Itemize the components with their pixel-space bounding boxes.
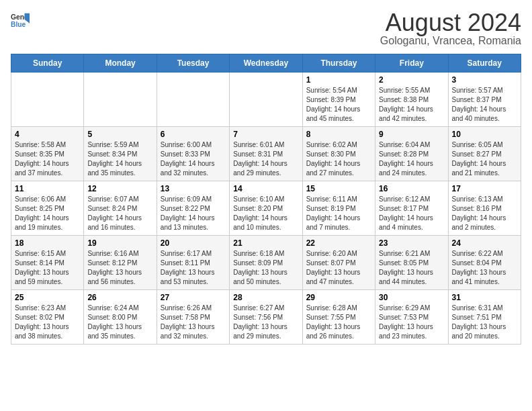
day-detail: Sunrise: 6:13 AM Sunset: 8:16 PM Dayligh… xyxy=(452,195,517,232)
calendar-cell: 6Sunrise: 6:00 AM Sunset: 8:33 PM Daylig… xyxy=(157,127,229,181)
day-number: 21 xyxy=(233,238,298,248)
calendar-cell xyxy=(230,73,302,127)
day-number: 18 xyxy=(15,238,80,248)
day-number: 4 xyxy=(15,130,80,139)
day-detail: Sunrise: 6:18 AM Sunset: 8:09 PM Dayligh… xyxy=(233,249,298,287)
day-number: 11 xyxy=(15,184,80,193)
page-title: August 2024 xyxy=(380,11,521,35)
day-number: 16 xyxy=(379,184,444,193)
logo: General Blue xyxy=(11,11,30,30)
calendar-week-row: 25Sunrise: 6:23 AM Sunset: 8:02 PM Dayli… xyxy=(11,290,521,345)
day-number: 19 xyxy=(87,238,152,248)
calendar-week-row: 11Sunrise: 6:06 AM Sunset: 8:25 PM Dayli… xyxy=(11,181,521,236)
day-number: 28 xyxy=(233,293,298,302)
day-detail: Sunrise: 5:55 AM Sunset: 8:38 PM Dayligh… xyxy=(379,86,444,124)
day-detail: Sunrise: 6:31 AM Sunset: 7:51 PM Dayligh… xyxy=(452,304,517,341)
day-detail: Sunrise: 6:15 AM Sunset: 8:14 PM Dayligh… xyxy=(15,249,80,287)
calendar-cell: 14Sunrise: 6:10 AM Sunset: 8:20 PM Dayli… xyxy=(230,181,302,236)
weekday-header-thursday: Thursday xyxy=(302,54,375,73)
day-number: 30 xyxy=(379,293,444,302)
calendar-week-row: 18Sunrise: 6:15 AM Sunset: 8:14 PM Dayli… xyxy=(11,236,521,290)
day-detail: Sunrise: 6:05 AM Sunset: 8:27 PM Dayligh… xyxy=(452,140,517,178)
calendar-cell: 28Sunrise: 6:27 AM Sunset: 7:56 PM Dayli… xyxy=(230,290,302,345)
calendar-cell: 7Sunrise: 6:01 AM Sunset: 8:31 PM Daylig… xyxy=(230,127,302,181)
calendar-cell: 22Sunrise: 6:20 AM Sunset: 8:07 PM Dayli… xyxy=(302,236,375,290)
calendar-cell: 25Sunrise: 6:23 AM Sunset: 8:02 PM Dayli… xyxy=(11,290,84,345)
calendar-cell: 18Sunrise: 6:15 AM Sunset: 8:14 PM Dayli… xyxy=(11,236,84,290)
day-number: 14 xyxy=(233,184,298,193)
day-detail: Sunrise: 6:07 AM Sunset: 8:24 PM Dayligh… xyxy=(87,195,152,232)
calendar-cell: 5Sunrise: 5:59 AM Sunset: 8:34 PM Daylig… xyxy=(84,127,157,181)
day-number: 5 xyxy=(87,130,152,139)
day-number: 27 xyxy=(161,293,226,302)
weekday-header-row: SundayMondayTuesdayWednesdayThursdayFrid… xyxy=(11,54,521,73)
day-number: 7 xyxy=(233,130,298,139)
day-number: 22 xyxy=(306,238,371,248)
day-detail: Sunrise: 5:58 AM Sunset: 8:35 PM Dayligh… xyxy=(15,140,80,178)
svg-text:Blue: Blue xyxy=(11,21,26,28)
calendar-cell: 13Sunrise: 6:09 AM Sunset: 8:22 PM Dayli… xyxy=(157,181,229,236)
calendar-cell: 4Sunrise: 5:58 AM Sunset: 8:35 PM Daylig… xyxy=(11,127,84,181)
day-detail: Sunrise: 6:21 AM Sunset: 8:05 PM Dayligh… xyxy=(379,249,444,287)
calendar-cell: 3Sunrise: 5:57 AM Sunset: 8:37 PM Daylig… xyxy=(448,73,521,127)
day-detail: Sunrise: 5:54 AM Sunset: 8:39 PM Dayligh… xyxy=(306,86,371,124)
weekday-header-tuesday: Tuesday xyxy=(157,54,229,73)
day-number: 23 xyxy=(379,238,444,248)
day-number: 25 xyxy=(15,293,80,302)
day-number: 13 xyxy=(161,184,226,193)
calendar-cell: 17Sunrise: 6:13 AM Sunset: 8:16 PM Dayli… xyxy=(448,181,521,236)
calendar-cell: 23Sunrise: 6:21 AM Sunset: 8:05 PM Dayli… xyxy=(375,236,448,290)
day-number: 29 xyxy=(306,293,371,302)
day-detail: Sunrise: 6:00 AM Sunset: 8:33 PM Dayligh… xyxy=(161,140,226,178)
day-number: 2 xyxy=(379,75,444,85)
day-detail: Sunrise: 6:17 AM Sunset: 8:11 PM Dayligh… xyxy=(161,249,226,287)
day-number: 10 xyxy=(452,130,517,139)
day-detail: Sunrise: 6:10 AM Sunset: 8:20 PM Dayligh… xyxy=(233,195,298,232)
calendar-cell: 27Sunrise: 6:26 AM Sunset: 7:58 PM Dayli… xyxy=(157,290,229,345)
calendar-cell: 9Sunrise: 6:04 AM Sunset: 8:28 PM Daylig… xyxy=(375,127,448,181)
day-detail: Sunrise: 6:12 AM Sunset: 8:17 PM Dayligh… xyxy=(379,195,444,232)
calendar-cell: 24Sunrise: 6:22 AM Sunset: 8:04 PM Dayli… xyxy=(448,236,521,290)
calendar-week-row: 1Sunrise: 5:54 AM Sunset: 8:39 PM Daylig… xyxy=(11,73,521,127)
calendar-cell: 10Sunrise: 6:05 AM Sunset: 8:27 PM Dayli… xyxy=(448,127,521,181)
day-detail: Sunrise: 6:09 AM Sunset: 8:22 PM Dayligh… xyxy=(161,195,226,232)
calendar-week-row: 4Sunrise: 5:58 AM Sunset: 8:35 PM Daylig… xyxy=(11,127,521,181)
calendar-cell: 30Sunrise: 6:29 AM Sunset: 7:53 PM Dayli… xyxy=(375,290,448,345)
title-area: August 2024 Gologanu, Vrancea, Romania xyxy=(380,11,521,47)
calendar-cell xyxy=(11,73,84,127)
calendar-cell: 20Sunrise: 6:17 AM Sunset: 8:11 PM Dayli… xyxy=(157,236,229,290)
day-detail: Sunrise: 6:29 AM Sunset: 7:53 PM Dayligh… xyxy=(379,304,444,341)
weekday-header-wednesday: Wednesday xyxy=(230,54,302,73)
day-detail: Sunrise: 6:16 AM Sunset: 8:12 PM Dayligh… xyxy=(87,249,152,287)
calendar-cell: 29Sunrise: 6:28 AM Sunset: 7:55 PM Dayli… xyxy=(302,290,375,345)
day-detail: Sunrise: 6:27 AM Sunset: 7:56 PM Dayligh… xyxy=(233,304,298,341)
day-number: 24 xyxy=(452,238,517,248)
day-detail: Sunrise: 6:23 AM Sunset: 8:02 PM Dayligh… xyxy=(15,304,80,341)
page-subtitle: Gologanu, Vrancea, Romania xyxy=(380,35,521,47)
weekday-header-monday: Monday xyxy=(84,54,157,73)
calendar-cell xyxy=(157,73,229,127)
calendar-cell: 15Sunrise: 6:11 AM Sunset: 8:19 PM Dayli… xyxy=(302,181,375,236)
calendar-cell: 26Sunrise: 6:24 AM Sunset: 8:00 PM Dayli… xyxy=(84,290,157,345)
calendar-cell: 31Sunrise: 6:31 AM Sunset: 7:51 PM Dayli… xyxy=(448,290,521,345)
day-detail: Sunrise: 6:04 AM Sunset: 8:28 PM Dayligh… xyxy=(379,140,444,178)
day-number: 15 xyxy=(306,184,371,193)
day-number: 31 xyxy=(452,293,517,302)
day-detail: Sunrise: 6:26 AM Sunset: 7:58 PM Dayligh… xyxy=(161,304,226,341)
day-number: 12 xyxy=(87,184,152,193)
logo-icon: General Blue xyxy=(11,11,30,30)
day-detail: Sunrise: 5:57 AM Sunset: 8:37 PM Dayligh… xyxy=(452,86,517,124)
calendar-cell: 16Sunrise: 6:12 AM Sunset: 8:17 PM Dayli… xyxy=(375,181,448,236)
calendar-cell: 21Sunrise: 6:18 AM Sunset: 8:09 PM Dayli… xyxy=(230,236,302,290)
day-number: 3 xyxy=(452,75,517,85)
day-detail: Sunrise: 6:11 AM Sunset: 8:19 PM Dayligh… xyxy=(306,195,371,232)
calendar-cell: 11Sunrise: 6:06 AM Sunset: 8:25 PM Dayli… xyxy=(11,181,84,236)
day-detail: Sunrise: 6:28 AM Sunset: 7:55 PM Dayligh… xyxy=(306,304,371,341)
calendar-cell: 19Sunrise: 6:16 AM Sunset: 8:12 PM Dayli… xyxy=(84,236,157,290)
day-number: 9 xyxy=(379,130,444,139)
day-detail: Sunrise: 5:59 AM Sunset: 8:34 PM Dayligh… xyxy=(87,140,152,178)
day-number: 8 xyxy=(306,130,371,139)
day-number: 6 xyxy=(161,130,226,139)
calendar-cell: 12Sunrise: 6:07 AM Sunset: 8:24 PM Dayli… xyxy=(84,181,157,236)
day-detail: Sunrise: 6:22 AM Sunset: 8:04 PM Dayligh… xyxy=(452,249,517,287)
